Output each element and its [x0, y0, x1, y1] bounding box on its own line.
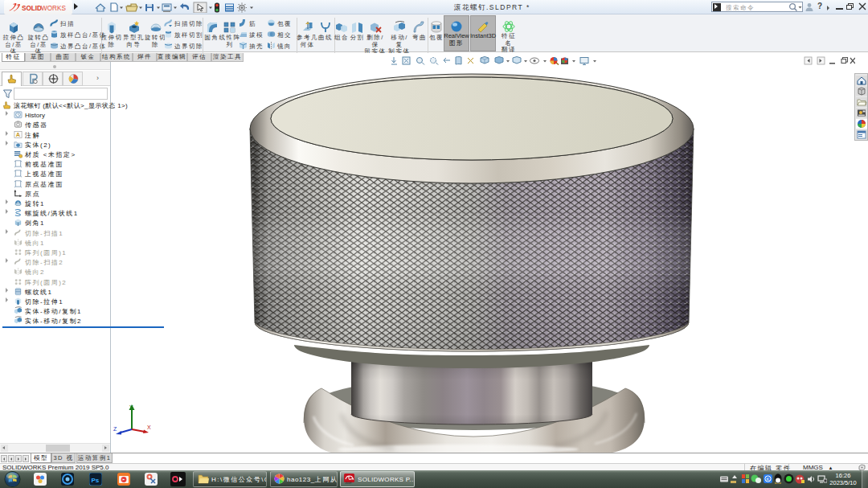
- svg-text:Y: Y: [129, 404, 133, 410]
- svg-text:K: K: [766, 477, 769, 482]
- svg-text:X: X: [147, 424, 151, 430]
- svg-text:SOLID: SOLID: [22, 5, 42, 12]
- svg-text:A: A: [16, 131, 21, 138]
- svg-text:2019: 2019: [346, 482, 352, 485]
- svg-text:WORKS: WORKS: [41, 5, 66, 12]
- svg-text:Z: Z: [113, 426, 117, 432]
- svg-text:Ps: Ps: [92, 477, 100, 484]
